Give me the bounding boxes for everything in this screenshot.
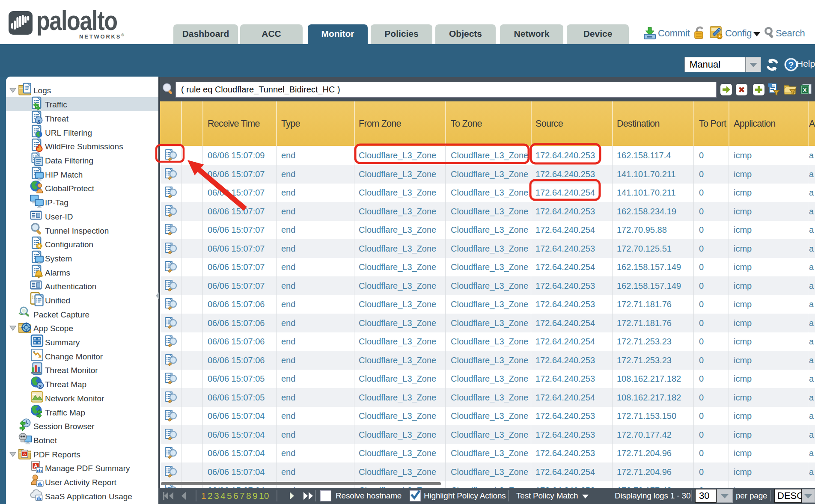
- svg-text:x: x: [39, 383, 42, 388]
- svg-text:x: x: [37, 118, 40, 124]
- svg-text:?: ?: [788, 60, 794, 70]
- svg-text:X: X: [803, 87, 807, 93]
